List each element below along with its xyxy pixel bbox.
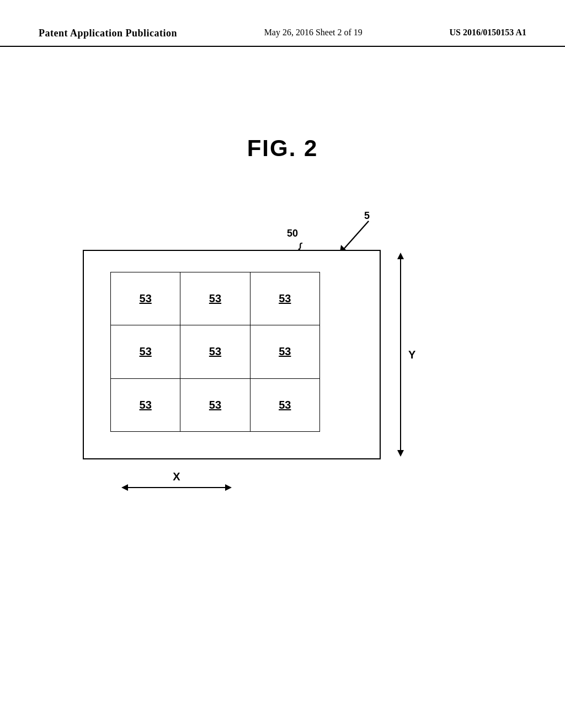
cell-label-1-1: 53 — [209, 345, 221, 357]
label-50: 50 — [287, 228, 298, 239]
figure-title: FIG. 2 — [0, 135, 565, 162]
publication-type: Patent Application Publication — [39, 28, 177, 39]
grid-cell-0-1: 53 — [180, 272, 250, 325]
x-label: X — [173, 470, 180, 483]
cell-label-2-1: 53 — [209, 399, 221, 411]
arrow-left-icon — [121, 484, 128, 491]
grid-cell-2-1: 53 — [180, 378, 250, 431]
arrow-right-icon — [225, 484, 232, 491]
publication-number: US 2016/0150153 A1 — [449, 28, 526, 38]
grid-cell-0-2: 53 — [250, 272, 319, 325]
y-arrow-line — [400, 259, 401, 450]
grid-cell-1-0: 53 — [111, 325, 180, 378]
x-dimension-arrow: X — [121, 484, 232, 491]
y-dimension-arrow: Y — [397, 253, 404, 457]
cell-label-0-2: 53 — [279, 292, 291, 304]
cell-label-2-2: 53 — [279, 399, 291, 411]
table-row: 53 53 53 — [111, 325, 320, 378]
cell-label-0-0: 53 — [140, 292, 152, 304]
grid-table: 53 53 53 53 53 53 — [110, 272, 320, 432]
diagram-area: 5 50 { 53 53 53 53 — [0, 195, 565, 570]
arrow-down-icon — [397, 450, 404, 457]
cell-label-0-1: 53 — [209, 292, 221, 304]
y-label: Y — [408, 349, 415, 361]
table-row: 53 53 53 — [111, 272, 320, 325]
grid-cell-2-0: 53 — [111, 378, 180, 431]
cell-label-1-2: 53 — [279, 345, 291, 357]
grid-cell-2-2: 53 — [250, 378, 319, 431]
table-row: 53 53 53 — [111, 378, 320, 431]
cell-label-1-0: 53 — [140, 345, 152, 357]
grid-cell-1-2: 53 — [250, 325, 319, 378]
page-header: Patent Application Publication May 26, 2… — [0, 0, 565, 47]
arrow-up-icon — [397, 253, 404, 259]
x-arrow-line — [128, 487, 225, 488]
grid-cell-1-1: 53 — [180, 325, 250, 378]
svg-line-0 — [343, 221, 369, 250]
cell-label-2-0: 53 — [140, 399, 152, 411]
inner-grid-container: 53 53 53 53 53 53 — [110, 272, 320, 432]
grid-cell-0-0: 53 — [111, 272, 180, 325]
publication-date-sheet: May 26, 2016 Sheet 2 of 19 — [264, 28, 363, 38]
